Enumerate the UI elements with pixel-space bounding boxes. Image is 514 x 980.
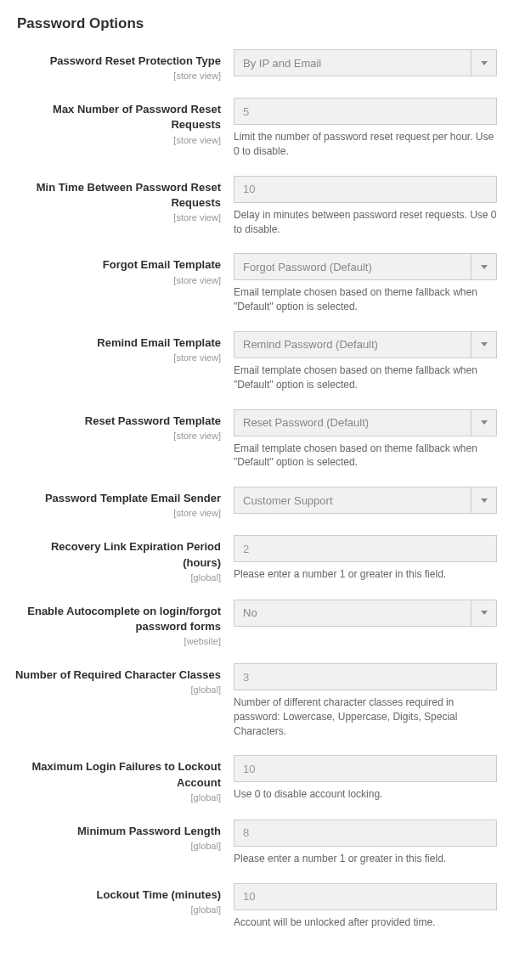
field-label-col: Lockout Time (minutes) [global] bbox=[13, 883, 234, 915]
field-note: Use 0 to disable account locking. bbox=[234, 787, 497, 802]
field-remind-template: Remind Email Template [store view] Remin… bbox=[13, 331, 501, 392]
field-label-col: Forgot Email Template [store view] bbox=[13, 253, 234, 284]
field-label-col: Maximum Login Failures to Lockout Accoun… bbox=[13, 755, 234, 802]
field-input-col: By IP and Email bbox=[234, 49, 497, 76]
field-label: Password Reset Protection Type bbox=[13, 54, 221, 69]
field-label-col: Recovery Link Expiration Period (hours) … bbox=[13, 535, 234, 582]
field-scope: [store view] bbox=[13, 212, 221, 222]
select-value: Forgot Password (Default) bbox=[234, 261, 471, 273]
recovery-expiration-input[interactable] bbox=[234, 535, 497, 562]
field-label: Forgot Email Template bbox=[13, 257, 221, 273]
field-min-length: Minimum Password Length [global] Please … bbox=[13, 819, 501, 866]
chevron-down-icon bbox=[471, 332, 496, 358]
field-email-sender: Password Template Email Sender [store vi… bbox=[13, 487, 501, 518]
field-note: Email template chosen based on theme fal… bbox=[234, 442, 497, 470]
field-label: Max Number of Password Reset Requests bbox=[13, 102, 221, 132]
field-label-col: Reset Password Template [store view] bbox=[13, 409, 234, 441]
field-label-col: Number of Required Character Classes [gl… bbox=[13, 663, 234, 695]
field-label-col: Password Reset Protection Type [store vi… bbox=[13, 49, 234, 81]
field-forgot-template: Forgot Email Template [store view] Forgo… bbox=[13, 253, 501, 314]
field-note: Number of different character classes re… bbox=[234, 696, 497, 738]
field-protection-type: Password Reset Protection Type [store vi… bbox=[13, 49, 501, 81]
select-value: Reset Password (Default) bbox=[234, 416, 471, 429]
field-min-time: Min Time Between Password Reset Requests… bbox=[13, 176, 501, 237]
select-value: No bbox=[234, 606, 471, 619]
field-scope: [global] bbox=[13, 904, 221, 915]
field-lockout-time: Lockout Time (minutes) [global] Account … bbox=[13, 883, 501, 930]
field-input-col: Customer Support bbox=[234, 487, 497, 514]
field-label-col: Max Number of Password Reset Requests [s… bbox=[13, 98, 234, 144]
field-scope: [store view] bbox=[13, 352, 221, 363]
field-label-col: Password Template Email Sender [store vi… bbox=[13, 487, 234, 518]
remind-template-select[interactable]: Remind Password (Default) bbox=[234, 331, 497, 358]
field-note: Limit the number of password reset reque… bbox=[234, 130, 497, 159]
field-label: Password Template Email Sender bbox=[13, 491, 221, 506]
field-input-col: Please enter a number 1 or greater in th… bbox=[234, 535, 497, 582]
field-scope: [store view] bbox=[13, 275, 221, 285]
field-max-requests: Max Number of Password Reset Requests [s… bbox=[13, 98, 501, 159]
field-autocomplete: Enable Autocomplete on login/forgot pass… bbox=[13, 600, 501, 646]
field-label: Number of Required Character Classes bbox=[13, 667, 221, 683]
field-scope: [global] bbox=[13, 841, 221, 851]
field-label: Remind Email Template bbox=[13, 335, 221, 351]
reset-template-select[interactable]: Reset Password (Default) bbox=[234, 409, 497, 436]
field-scope: [global] bbox=[13, 684, 221, 695]
chevron-down-icon bbox=[471, 600, 496, 626]
field-label: Reset Password Template bbox=[13, 414, 221, 429]
field-scope: [store view] bbox=[13, 508, 221, 518]
field-label-col: Remind Email Template [store view] bbox=[13, 331, 234, 363]
chevron-down-icon bbox=[471, 487, 496, 513]
form-container: Password Reset Protection Type [store vi… bbox=[0, 41, 514, 963]
field-label: Lockout Time (minutes) bbox=[13, 887, 221, 903]
field-max-failures: Maximum Login Failures to Lockout Accoun… bbox=[13, 755, 501, 802]
min-length-input[interactable] bbox=[234, 819, 497, 847]
field-input-col: Forgot Password (Default) Email template… bbox=[234, 253, 497, 314]
email-sender-select[interactable]: Customer Support bbox=[234, 487, 497, 514]
field-label: Minimum Password Length bbox=[13, 824, 221, 839]
field-scope: [global] bbox=[13, 792, 221, 803]
field-recovery-expiration: Recovery Link Expiration Period (hours) … bbox=[13, 535, 501, 582]
field-input-col: Reset Password (Default) Email template … bbox=[234, 409, 497, 470]
chevron-down-icon bbox=[471, 410, 496, 436]
chevron-down-icon bbox=[471, 254, 496, 279]
field-scope: [store view] bbox=[13, 70, 221, 81]
field-input-col: Please enter a number 1 or greater in th… bbox=[234, 819, 497, 866]
select-value: Remind Password (Default) bbox=[234, 338, 471, 351]
select-value: By IP and Email bbox=[234, 57, 471, 70]
forgot-template-select[interactable]: Forgot Password (Default) bbox=[234, 253, 497, 280]
field-note: Delay in minutes between password reset … bbox=[234, 208, 497, 237]
field-label-col: Enable Autocomplete on login/forgot pass… bbox=[13, 600, 234, 646]
autocomplete-select[interactable]: No bbox=[234, 600, 497, 627]
field-reset-template: Reset Password Template [store view] Res… bbox=[13, 409, 501, 470]
char-classes-input[interactable] bbox=[234, 663, 497, 690]
field-char-classes: Number of Required Character Classes [gl… bbox=[13, 663, 501, 738]
field-label-col: Minimum Password Length [global] bbox=[13, 819, 234, 851]
select-value: Customer Support bbox=[234, 494, 471, 507]
field-scope: [store view] bbox=[13, 135, 221, 145]
protection-type-select[interactable]: By IP and Email bbox=[234, 49, 497, 76]
section-title: Password Options bbox=[0, 0, 514, 41]
field-label: Recovery Link Expiration Period (hours) bbox=[13, 539, 221, 570]
field-label: Enable Autocomplete on login/forgot pass… bbox=[13, 604, 221, 634]
field-note: Account will be unlocked after provided … bbox=[234, 915, 497, 930]
field-input-col: Delay in minutes between password reset … bbox=[234, 176, 497, 237]
field-label: Maximum Login Failures to Lockout Accoun… bbox=[13, 759, 221, 790]
field-input-col: Number of different character classes re… bbox=[234, 663, 497, 738]
max-failures-input[interactable] bbox=[234, 755, 497, 782]
field-input-col: Limit the number of password reset reque… bbox=[234, 98, 497, 159]
field-scope: [website] bbox=[13, 636, 221, 646]
lockout-time-input[interactable] bbox=[234, 883, 497, 910]
chevron-down-icon bbox=[471, 50, 496, 76]
min-time-input[interactable] bbox=[234, 176, 497, 203]
field-label-col: Min Time Between Password Reset Requests… bbox=[13, 176, 234, 222]
field-note: Email template chosen based on theme fal… bbox=[234, 363, 497, 392]
field-input-col: Use 0 to disable account locking. bbox=[234, 755, 497, 802]
field-scope: [global] bbox=[13, 572, 221, 583]
max-requests-input[interactable] bbox=[234, 98, 497, 125]
field-note: Please enter a number 1 or greater in th… bbox=[234, 567, 497, 582]
field-note: Email template chosen based on theme fal… bbox=[234, 285, 497, 314]
field-input-col: Remind Password (Default) Email template… bbox=[234, 331, 497, 392]
field-note: Please enter a number 1 or greater in th… bbox=[234, 852, 497, 866]
field-input-col: No bbox=[234, 600, 497, 627]
field-input-col: Account will be unlocked after provided … bbox=[234, 883, 497, 930]
